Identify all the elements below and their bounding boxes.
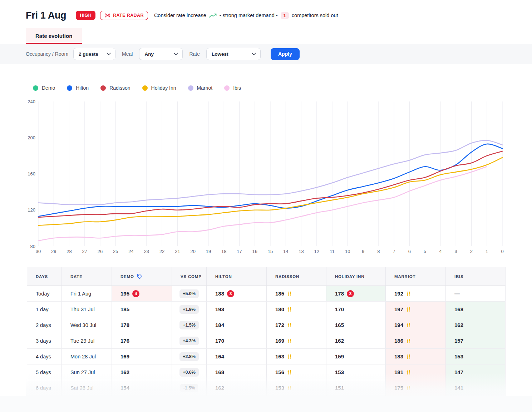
table-header-row: DAYSDATEDEMOVS COMPHILTONRADISSONHOLIDAY… bbox=[27, 267, 506, 286]
tab-rate-evolution[interactable]: Rate evolution bbox=[26, 28, 82, 44]
meal-select[interactable]: Any bbox=[139, 48, 183, 60]
radar-icon bbox=[104, 13, 110, 18]
column-header-vs-comp: VS COMP bbox=[172, 267, 207, 286]
legend-dot-marriot bbox=[188, 85, 193, 91]
rate-value: 175 bbox=[394, 385, 403, 391]
demo-rate-cell: 185 bbox=[112, 302, 172, 317]
days-cell: 4 days bbox=[27, 349, 62, 364]
hilton-rate-cell: 164 bbox=[207, 349, 267, 364]
radisson-rate-cell: 169 bbox=[267, 333, 326, 349]
rate-value: 183 bbox=[394, 353, 403, 359]
meal-icon bbox=[287, 370, 292, 375]
rate-value: — bbox=[454, 291, 460, 297]
legend-item-marriot[interactable]: Marriot bbox=[188, 85, 213, 91]
tab-bar: Rate evolution bbox=[0, 28, 532, 44]
meal-value: Any bbox=[144, 51, 154, 57]
vs-comp-cell: -1.5% bbox=[172, 380, 207, 396]
svg-text:21: 21 bbox=[175, 249, 180, 254]
occupancy-value: 2 guests bbox=[79, 51, 98, 57]
vs-comp-cell: +1.9% bbox=[172, 302, 207, 317]
meal-icon bbox=[406, 338, 411, 343]
svg-text:2: 2 bbox=[470, 249, 473, 254]
svg-text:17: 17 bbox=[237, 249, 242, 254]
legend-item-holiday-inn[interactable]: Holiday Inn bbox=[142, 85, 176, 91]
days-cell: 6 days bbox=[27, 380, 62, 396]
apply-button[interactable]: Apply bbox=[271, 48, 300, 60]
rate-value: 162 bbox=[454, 322, 463, 328]
hilton-rate-cell: 170 bbox=[207, 333, 267, 349]
y-axis-labels: 24020016012080 bbox=[28, 99, 35, 249]
table-row[interactable]: 5 daysSun 27 Jul162+0.6%168156153181147 bbox=[27, 364, 506, 380]
rate-value: 168 bbox=[215, 369, 224, 375]
svg-text:12: 12 bbox=[314, 249, 319, 254]
svg-text:9: 9 bbox=[362, 249, 364, 254]
column-label: DEMO bbox=[120, 274, 134, 279]
rate-value: 163 bbox=[275, 353, 284, 359]
occupancy-label: Occupancy / Room bbox=[26, 51, 68, 57]
svg-text:22: 22 bbox=[159, 249, 164, 254]
holiday-inn-rate-cell: 170 bbox=[326, 302, 386, 317]
column-header-holiday-inn: HOLIDAY INN bbox=[326, 267, 386, 286]
table-row[interactable]: 3 daysTue 29 Jul176+4.3%170169162186157 bbox=[27, 333, 506, 349]
column-header-hilton: HILTON bbox=[207, 267, 267, 286]
rate-value: 147 bbox=[454, 369, 463, 375]
meal-icon bbox=[406, 307, 411, 312]
svg-text:19: 19 bbox=[206, 249, 211, 254]
demo-rate-cell: 176 bbox=[112, 333, 172, 349]
occupancy-select[interactable]: 2 guests bbox=[73, 48, 115, 60]
demo-rate-cell: 162 bbox=[112, 364, 172, 380]
svg-text:5: 5 bbox=[424, 249, 426, 254]
meal-icon bbox=[406, 291, 411, 296]
vs-comp-cell: +5.0% bbox=[172, 286, 207, 302]
ibis-rate-cell: 147 bbox=[446, 364, 506, 380]
table-row[interactable]: TodayFri 1 Aug1954+5.0%18831851783192— bbox=[27, 286, 506, 302]
rate-value: 180 bbox=[275, 306, 284, 312]
vs-comp-badge: +1.9% bbox=[179, 305, 199, 314]
svg-text:15: 15 bbox=[268, 249, 273, 254]
rate-value: 170 bbox=[215, 338, 224, 344]
hilton-rate-cell: 193 bbox=[207, 302, 267, 317]
tag-icon bbox=[137, 274, 142, 279]
vs-comp-badge: +2.8% bbox=[179, 352, 199, 361]
legend-dot-ibis bbox=[224, 85, 230, 91]
legend-label: Holiday Inn bbox=[151, 85, 176, 91]
column-header-days: DAYS bbox=[27, 267, 62, 286]
svg-text:29: 29 bbox=[51, 249, 56, 254]
legend-item-hilton[interactable]: Hilton bbox=[67, 85, 89, 91]
demand-high-badge: HIGH bbox=[76, 11, 95, 20]
meal-icon bbox=[287, 291, 292, 296]
table-row[interactable]: 4 daysMon 28 Jul169+2.8%164163159183153 bbox=[27, 349, 506, 364]
recommendation-message: Consider rate increase - strong market d… bbox=[154, 12, 338, 19]
legend-item-ibis[interactable]: Ibis bbox=[224, 85, 241, 91]
legend-dot-radisson bbox=[100, 85, 106, 91]
table-row[interactable]: 2 daysWed 30 Jul178+1.5%184172165194162 bbox=[27, 317, 506, 333]
vs-comp-badge: +0.6% bbox=[179, 368, 199, 377]
svg-text:27: 27 bbox=[82, 249, 87, 254]
rate-value: 176 bbox=[120, 338, 129, 344]
days-cell: 5 days bbox=[27, 364, 62, 380]
legend-dot-hilton bbox=[67, 85, 72, 91]
rate-value: 188 bbox=[215, 291, 224, 297]
legend-label: Hilton bbox=[76, 85, 89, 91]
table-row[interactable]: 1 dayThu 31 Jul185+1.9%193180170197168 bbox=[27, 302, 506, 317]
legend-item-radisson[interactable]: Radisson bbox=[100, 85, 130, 91]
rate-radar-badge[interactable]: RATE RADAR bbox=[100, 11, 148, 20]
marriot-rate-cell: 197 bbox=[386, 302, 446, 317]
svg-text:160: 160 bbox=[28, 171, 35, 177]
rate-value: 165 bbox=[335, 322, 344, 328]
table-row[interactable]: 6 daysSat 26 Jul154-1.5%162153151175141 bbox=[27, 380, 506, 396]
radisson-rate-cell: 163 bbox=[267, 349, 326, 364]
rate-select[interactable]: Lowest bbox=[206, 48, 261, 60]
holiday-inn-rate-cell: 165 bbox=[326, 317, 386, 333]
rate-value: 195 bbox=[120, 291, 129, 297]
meal-icon bbox=[287, 307, 292, 312]
date-cell: Thu 31 Jul bbox=[62, 302, 112, 317]
vs-comp-badge: +1.5% bbox=[179, 321, 199, 329]
rate-value: 168 bbox=[454, 306, 463, 312]
marriot-rate-cell: 175 bbox=[386, 380, 446, 396]
rate-evolution-chart: 2402001601208030292827262524232221201918… bbox=[26, 97, 508, 256]
bottom-spacer bbox=[0, 396, 532, 412]
rate-value: 162 bbox=[120, 369, 129, 375]
legend-item-demo[interactable]: Demo bbox=[33, 85, 55, 91]
rate-value: 162 bbox=[335, 338, 344, 344]
